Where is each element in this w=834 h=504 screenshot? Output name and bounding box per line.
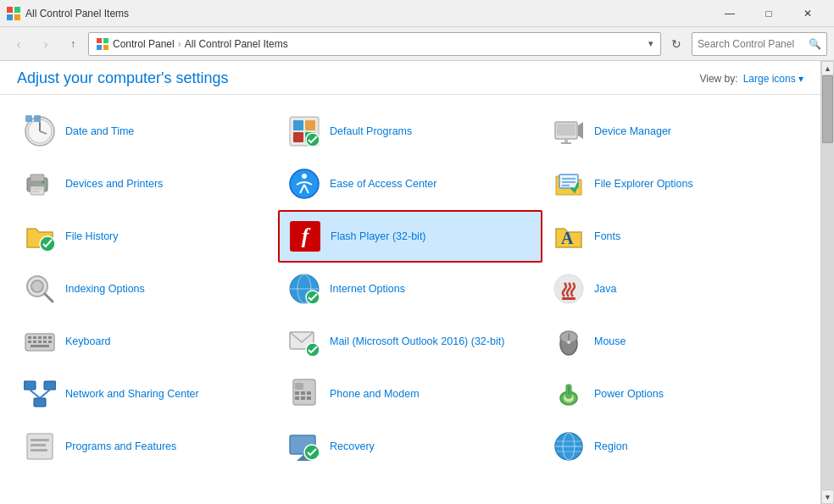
forward-button[interactable]: › <box>34 32 58 56</box>
item-mail[interactable]: Mail (Microsoft Outlook 2016) (32-bit) <box>278 315 542 368</box>
svg-rect-6 <box>97 45 102 50</box>
svg-rect-2 <box>7 14 13 20</box>
svg-rect-17 <box>293 132 303 142</box>
back-button[interactable]: ‹ <box>7 32 31 56</box>
item-indexing-options[interactable]: Indexing Options <box>14 263 278 315</box>
svg-rect-50 <box>28 336 31 339</box>
svg-rect-12 <box>25 115 32 122</box>
svg-rect-74 <box>295 391 299 395</box>
breadcrumb-part-2[interactable]: All Control Panel Items <box>185 38 288 50</box>
internet-options-label: Internet Options <box>330 282 405 296</box>
svg-rect-16 <box>305 120 315 130</box>
scroll-up-button[interactable]: ▲ <box>821 61 834 75</box>
java-label: Java <box>594 282 616 296</box>
svg-point-66 <box>567 341 570 344</box>
item-file-explorer-options[interactable]: File Explorer Options <box>542 158 807 210</box>
item-fonts[interactable]: A Fonts <box>542 210 807 263</box>
svg-rect-25 <box>31 174 44 181</box>
phone-modem-icon <box>287 377 321 411</box>
svg-rect-4 <box>97 38 102 43</box>
item-device-manager[interactable]: Device Manager <box>542 105 807 158</box>
item-region[interactable]: Region <box>542 420 807 473</box>
svg-line-70 <box>30 390 40 398</box>
default-programs-label: Default Programs <box>330 125 412 138</box>
svg-point-41 <box>31 280 43 292</box>
svg-rect-0 <box>7 7 13 13</box>
ease-of-access-icon <box>287 167 321 201</box>
item-date-time[interactable]: Date and Time <box>14 105 278 158</box>
svg-rect-28 <box>32 188 42 190</box>
item-default-programs[interactable]: Default Programs <box>278 105 542 158</box>
svg-rect-60 <box>31 345 49 347</box>
search-box[interactable]: 🔍 <box>692 32 827 56</box>
window-controls: — □ ✕ <box>710 0 827 27</box>
address-dropdown[interactable]: ▾ <box>648 38 653 49</box>
mail-icon <box>287 324 321 358</box>
svg-rect-59 <box>48 341 52 343</box>
item-phone-modem[interactable]: Phone and Modem <box>278 368 542 420</box>
item-file-history[interactable]: File History <box>14 210 278 263</box>
view-mode-selector[interactable]: Large icons ▾ <box>743 73 803 85</box>
power-options-label: Power Options <box>594 387 664 401</box>
svg-rect-53 <box>43 336 47 339</box>
svg-point-27 <box>42 180 45 184</box>
svg-rect-58 <box>43 341 47 343</box>
ease-of-access-label: Ease of Access Center <box>330 177 436 191</box>
svg-rect-7 <box>103 45 108 50</box>
item-internet-options[interactable]: Internet Options <box>278 263 542 315</box>
item-recovery[interactable]: Recovery <box>278 420 542 473</box>
search-input[interactable] <box>698 38 805 50</box>
scroll-down-button[interactable]: ▼ <box>821 490 834 504</box>
item-java[interactable]: Java <box>542 263 807 315</box>
svg-rect-76 <box>307 391 311 395</box>
content-area: Adjust your computer's settings View by:… <box>0 61 834 504</box>
address-box[interactable]: Control Panel › All Control Panel Items … <box>88 32 661 56</box>
up-button[interactable]: ↑ <box>61 32 85 56</box>
svg-rect-79 <box>307 396 311 400</box>
keyboard-icon <box>23 324 57 358</box>
item-devices-printers[interactable]: Devices and Printers <box>14 158 278 210</box>
close-button[interactable]: ✕ <box>788 0 827 27</box>
item-flash-player[interactable]: f Flash Player (32-bit) <box>278 210 542 263</box>
refresh-button[interactable]: ↻ <box>664 32 688 56</box>
svg-rect-29 <box>32 191 39 192</box>
item-power-options[interactable]: Power Options <box>542 368 807 420</box>
svg-rect-56 <box>33 341 36 343</box>
mouse-icon <box>552 324 586 358</box>
address-bar: ‹ › ↑ Control Panel › All Control Panel … <box>0 27 834 61</box>
scrollbar-track[interactable] <box>821 75 834 490</box>
scrollbar[interactable]: ▲ ▼ <box>820 61 834 504</box>
svg-rect-22 <box>564 139 568 142</box>
view-by-control: View by: Large icons ▾ <box>699 73 803 85</box>
title-bar: All Control Panel Items — □ ✕ <box>0 0 834 27</box>
fonts-label: Fonts <box>594 230 620 243</box>
svg-rect-77 <box>295 396 299 400</box>
svg-rect-13 <box>34 115 41 122</box>
item-mouse[interactable]: Mouse <box>542 315 807 368</box>
mail-label: Mail (Microsoft Outlook 2016) (32-bit) <box>330 335 504 348</box>
minimize-button[interactable]: — <box>710 0 749 27</box>
svg-rect-73 <box>295 383 303 390</box>
item-keyboard[interactable]: Keyboard <box>14 315 278 368</box>
svg-rect-5 <box>103 38 108 43</box>
header-bar: Adjust your computer's settings View by:… <box>0 61 820 95</box>
file-history-icon <box>23 219 57 253</box>
item-ease-of-access[interactable]: Ease of Access Center <box>278 158 542 210</box>
programs-features-icon <box>23 429 57 463</box>
svg-rect-21 <box>557 124 575 136</box>
svg-rect-52 <box>38 336 42 339</box>
breadcrumb-part-1[interactable]: Control Panel <box>113 38 175 50</box>
item-network-sharing[interactable]: Network and Sharing Center <box>14 368 278 420</box>
svg-text:A: A <box>561 229 574 247</box>
svg-rect-51 <box>33 336 36 339</box>
item-programs-features[interactable]: Programs and Features <box>14 420 278 473</box>
maximize-button[interactable]: □ <box>749 0 788 27</box>
items-grid: Date and Time Default Programs <box>0 95 820 504</box>
scrollbar-thumb[interactable] <box>822 75 833 143</box>
app-icon <box>7 7 20 20</box>
svg-line-42 <box>45 294 53 302</box>
device-manager-icon <box>552 114 586 148</box>
svg-rect-57 <box>38 341 42 343</box>
svg-rect-3 <box>14 14 20 20</box>
indexing-options-label: Indexing Options <box>65 282 145 296</box>
